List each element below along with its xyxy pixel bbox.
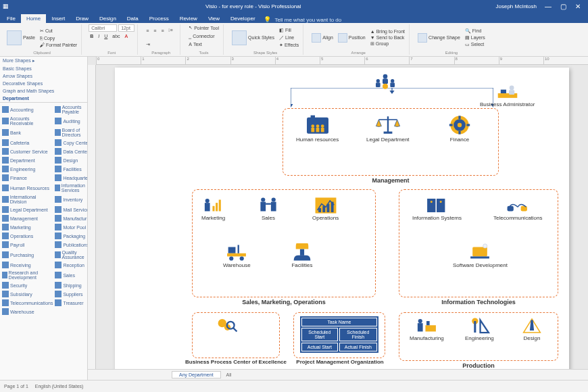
tab-insert[interactable]: Insert xyxy=(46,14,70,23)
shape-auditing[interactable]: Auditing xyxy=(54,116,88,126)
operations-icon[interactable]: Operations xyxy=(312,196,339,221)
text-tool-button[interactable]: A Text xyxy=(187,41,203,47)
tab-review[interactable]: Review xyxy=(174,14,203,23)
manufacturing-icon[interactable]: Manufacturing xyxy=(410,316,444,341)
shape-information-services[interactable]: Information Services xyxy=(54,182,88,193)
shape-operations[interactable]: Operations xyxy=(1,232,53,240)
shape-bank[interactable]: Bank xyxy=(1,127,53,138)
shape-publications[interactable]: Publications xyxy=(54,241,88,249)
font-size-select[interactable]: 12pt xyxy=(118,24,134,32)
category-more-shapes[interactable]: More Shapes ▸ xyxy=(0,57,87,65)
tab-developer[interactable]: Developer xyxy=(225,14,260,23)
shape-human-resources[interactable]: Human Resources xyxy=(1,182,53,193)
tell-me-input[interactable]: Tell me what you want to do xyxy=(275,17,342,23)
connector-tool-button[interactable]: ⎯ Connector xyxy=(187,33,216,39)
shape-accounts-payable[interactable]: Accounts Payable xyxy=(54,104,88,115)
shape-packaging[interactable]: Packaging xyxy=(54,232,88,240)
bold-button[interactable]: B xyxy=(89,33,95,39)
shape-cafeteria[interactable]: Cafeteria xyxy=(1,139,53,147)
category-basic-shapes[interactable]: Basic Shapes xyxy=(0,65,87,72)
shape-data-center[interactable]: Data Center xyxy=(54,147,88,155)
business-administrator-icon[interactable]: Business Administrator xyxy=(480,82,535,107)
copy-button[interactable]: ⎘ Copy xyxy=(39,35,78,41)
send-back-button[interactable]: ▼ Send to Back xyxy=(369,34,406,41)
paste-button[interactable]: Paste xyxy=(5,30,36,46)
shape-security[interactable]: Security xyxy=(1,281,53,289)
italic-button[interactable]: I xyxy=(97,33,101,39)
category-arrow-shapes[interactable]: Arrow Shapes xyxy=(0,72,87,80)
tab-design[interactable]: Design xyxy=(94,14,122,23)
warehouse-icon[interactable]: Warehouse xyxy=(223,243,251,268)
engineering-icon[interactable]: Engineering xyxy=(465,316,494,341)
shape-marketing[interactable]: Marketing xyxy=(1,223,53,231)
shape-customer-service[interactable]: Customer Service xyxy=(1,147,53,155)
tab-view[interactable]: View xyxy=(203,14,225,23)
information-systems-icon[interactable]: Information Systems xyxy=(412,196,462,221)
shape-legal-department[interactable]: Legal Department xyxy=(1,205,53,214)
format-painter-button[interactable]: 🖌 Format Painter xyxy=(39,42,78,48)
tab-draw[interactable]: Draw xyxy=(70,14,94,23)
cut-button[interactable]: ✂ Cut xyxy=(39,28,78,34)
shape-management[interactable]: Management xyxy=(1,214,53,222)
category-department[interactable]: Department xyxy=(0,95,87,103)
shape-accounts-receivable[interactable]: Accounts Receivable xyxy=(1,116,53,126)
shape-reception[interactable]: Reception xyxy=(54,261,88,269)
tab-file[interactable]: File xyxy=(1,14,21,23)
shape-sales[interactable]: Sales xyxy=(54,270,88,280)
shape-quality-assurance[interactable]: Quality Assurance xyxy=(54,249,88,260)
underline-button[interactable]: U xyxy=(103,33,109,39)
shape-subsidiary[interactable]: Subsidiary xyxy=(1,290,53,298)
select-button[interactable]: ▭ Select xyxy=(464,41,487,48)
shape-headquarters[interactable]: Headquarters xyxy=(54,174,88,182)
quick-styles-button[interactable]: Quick Styles xyxy=(230,30,276,46)
position-button[interactable]: Position xyxy=(337,32,367,43)
align-button[interactable]: Align xyxy=(310,32,335,43)
tab-process[interactable]: Process xyxy=(144,14,174,23)
shape-motor-pool[interactable]: Motor Pool xyxy=(54,223,88,231)
shape-department[interactable]: Department xyxy=(1,156,53,164)
legal-icon[interactable]: Legal Department xyxy=(366,114,410,143)
tab-home[interactable]: Home xyxy=(21,14,46,23)
align-center-button[interactable]: ≡ xyxy=(152,28,157,34)
page-tab[interactable]: Any Department xyxy=(172,371,221,378)
shape-finance[interactable]: Finance xyxy=(1,174,53,182)
shape-board-of-directors[interactable]: Board of Directors xyxy=(54,127,88,138)
shape-shipping[interactable]: Shipping xyxy=(54,281,88,289)
shape-international-division[interactable]: International Division xyxy=(1,194,53,205)
facilities-icon[interactable]: Facilities xyxy=(291,243,314,268)
align-left-button[interactable]: ≡ xyxy=(145,28,150,34)
close-button[interactable]: ✕ xyxy=(570,3,585,10)
group-button[interactable]: ⊞ Group xyxy=(369,41,406,47)
executives-icon[interactable] xyxy=(372,70,399,93)
font-color-button[interactable]: A xyxy=(124,33,130,39)
shape-payroll[interactable]: Payroll xyxy=(1,241,53,249)
design-icon[interactable]: Design xyxy=(520,316,543,341)
layers-button[interactable]: ▤ Layers xyxy=(464,34,487,41)
strike-button[interactable]: abc xyxy=(111,33,121,39)
shape-mail-service[interactable]: Mail Service xyxy=(54,205,88,214)
shape-accounting[interactable]: Accounting xyxy=(1,104,53,115)
align-right-button[interactable]: ≡ xyxy=(160,28,165,34)
category-graph-and-math-shapes[interactable]: Graph and Math Shapes xyxy=(0,87,87,95)
effects-button[interactable]: ✦ Effects xyxy=(278,42,300,49)
marketing-icon[interactable]: Marketing xyxy=(201,196,225,221)
bring-front-button[interactable]: ▲ Bring to Front xyxy=(369,28,406,34)
shape-manufacturing[interactable]: Manufacturing xyxy=(54,214,88,222)
shape-purchasing[interactable]: Purchasing xyxy=(1,249,53,260)
tab-data[interactable]: Data xyxy=(122,14,144,23)
shape-telecommunications[interactable]: Telecommunications xyxy=(1,299,53,307)
minimize-button[interactable]: — xyxy=(541,3,556,10)
find-button[interactable]: 🔍 Find xyxy=(464,28,487,34)
font-name-select[interactable]: Calibri xyxy=(89,24,117,32)
indent-button[interactable]: ⇥ xyxy=(145,41,151,48)
bpce-icon[interactable] xyxy=(215,316,238,335)
user-name[interactable]: Joseph McIntosh xyxy=(496,3,537,9)
line-button[interactable]: ／ Line xyxy=(278,34,300,42)
sales-icon[interactable]: Sales xyxy=(257,196,280,221)
maximize-button[interactable]: ▢ xyxy=(556,3,570,10)
shape-copy-center[interactable]: Copy Center xyxy=(54,139,88,147)
shape-treasurer[interactable]: Treasurer xyxy=(54,299,88,307)
shape-facilities[interactable]: Facilities xyxy=(54,165,88,173)
shape-receiving[interactable]: Receiving xyxy=(1,261,53,269)
change-shape-button[interactable]: Change Shape xyxy=(416,32,462,43)
